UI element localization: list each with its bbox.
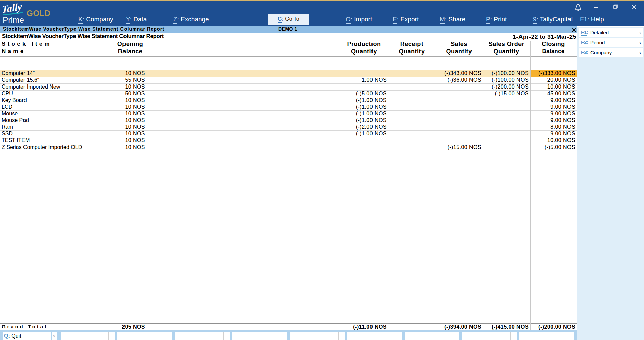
svg-text:Prime: Prime bbox=[3, 15, 24, 24]
svg-text:GOLD: GOLD bbox=[27, 9, 50, 18]
